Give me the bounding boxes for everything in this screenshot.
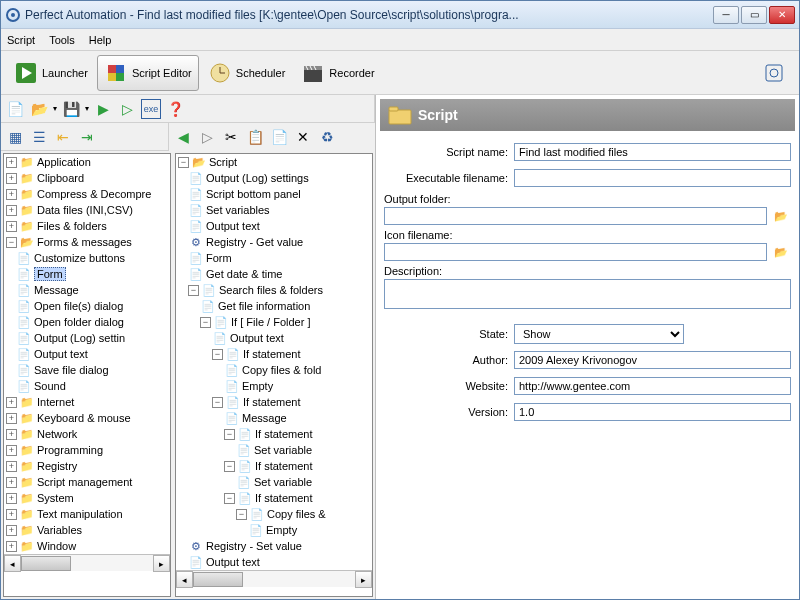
clock-icon [208,61,232,85]
exe-icon[interactable]: exe [141,99,161,119]
label-author: Author: [384,354,514,366]
menu-script[interactable]: Script [7,34,35,46]
panel-title: Script [418,107,458,123]
grid-icon[interactable]: ▦ [5,127,25,147]
label-website: Website: [384,380,514,392]
help-icon[interactable]: ❓ [165,99,185,119]
svg-rect-6 [108,73,116,81]
main-toolbar: Launcher Script Editor Scheduler Recorde… [1,51,799,95]
script-name-input[interactable] [514,143,791,161]
commands-tree[interactable]: +📁Application +📁Clipboard +📁Compress & D… [3,153,171,597]
label-output-folder: Output folder: [384,193,791,205]
website-input[interactable] [514,377,791,395]
script-tree[interactable]: −📂Script 📄Output (Log) settings 📄Script … [175,153,373,597]
list-icon[interactable]: ☰ [29,127,49,147]
label-description: Description: [384,265,791,277]
script-editor-tab[interactable]: Script Editor [97,55,199,91]
cut-icon[interactable]: ✂ [221,127,241,147]
play-icon [14,61,38,85]
copy-icon[interactable]: 📋 [245,127,265,147]
svg-rect-4 [108,65,116,73]
paste-icon[interactable]: 📄 [269,127,289,147]
properties-pane: Script Script name: Executable filename:… [376,95,799,599]
window-controls: ─ ▭ ✕ [713,6,795,24]
menu-help[interactable]: Help [89,34,112,46]
maximize-button[interactable]: ▭ [741,6,767,24]
collapse-icon[interactable]: ⇤ [53,127,73,147]
label-state: State: [384,328,514,340]
browse-folder-icon[interactable]: 📂 [771,207,791,225]
app-icon [5,7,21,23]
run-icon[interactable]: ▶ [93,99,113,119]
output-folder-input[interactable] [384,207,767,225]
svg-rect-18 [389,110,411,124]
state-select[interactable]: Show [514,324,684,344]
svg-rect-5 [116,65,124,73]
new-icon[interactable]: 📄 [5,99,25,119]
label-exec-filename: Executable filename: [384,172,514,184]
tree-toolbar-right: ◀ ▷ ✂ 📋 📄 ✕ ♻ [169,123,341,151]
author-input[interactable] [514,351,791,369]
minimize-button[interactable]: ─ [713,6,739,24]
tree-toolbar-left: ▦ ☰ ⇤ ⇥ [1,123,169,151]
folder-icon [388,105,412,125]
svg-rect-19 [389,107,398,111]
save-icon[interactable]: 💾 [61,99,81,119]
svg-point-1 [11,13,15,17]
svg-point-17 [770,69,778,77]
commands-toolbar: 📄 📂 ▾ 💾 ▾ ▶ ▷ exe ❓ [1,95,375,123]
expand-icon[interactable]: ⇥ [77,127,97,147]
svg-rect-11 [304,70,322,82]
window-title: Perfect Automation - Find last modified … [25,8,713,22]
refresh-icon[interactable]: ♻ [317,127,337,147]
titlebar[interactable]: Perfect Automation - Find last modified … [1,1,799,29]
settings-button[interactable] [755,55,793,91]
gear-icon [762,61,786,85]
version-input[interactable] [514,403,791,421]
delete-icon[interactable]: ✕ [293,127,313,147]
open-icon[interactable]: 📂 [29,99,49,119]
cube-icon [104,61,128,85]
play-icon[interactable]: ▷ [117,99,137,119]
exec-filename-input[interactable] [514,169,791,187]
panel-header: Script [380,99,795,131]
icon-filename-input[interactable] [384,243,767,261]
label-version: Version: [384,406,514,418]
launcher-tab[interactable]: Launcher [7,55,95,91]
trees-container: +📁Application +📁Clipboard +📁Compress & D… [1,151,375,599]
back-icon[interactable]: ◀ [173,127,193,147]
app-window: Perfect Automation - Find last modified … [0,0,800,600]
description-input[interactable] [384,279,791,309]
menu-tools[interactable]: Tools [49,34,75,46]
content-area: 📄 📂 ▾ 💾 ▾ ▶ ▷ exe ❓ ▦ ☰ ⇤ ⇥ [1,95,799,599]
scheduler-tab[interactable]: Scheduler [201,55,293,91]
svg-rect-16 [766,65,782,81]
forward-icon[interactable]: ▷ [197,127,217,147]
svg-rect-7 [116,73,124,81]
clapper-icon [301,61,325,85]
left-pane: 📄 📂 ▾ 💾 ▾ ▶ ▷ exe ❓ ▦ ☰ ⇤ ⇥ [1,95,376,599]
label-icon-filename: Icon filename: [384,229,791,241]
tree-item-form[interactable]: 📄Form [4,266,170,282]
label-script-name: Script name: [384,146,514,158]
recorder-tab[interactable]: Recorder [294,55,381,91]
menubar: Script Tools Help [1,29,799,51]
close-button[interactable]: ✕ [769,6,795,24]
browse-icon-icon[interactable]: 📂 [771,243,791,261]
